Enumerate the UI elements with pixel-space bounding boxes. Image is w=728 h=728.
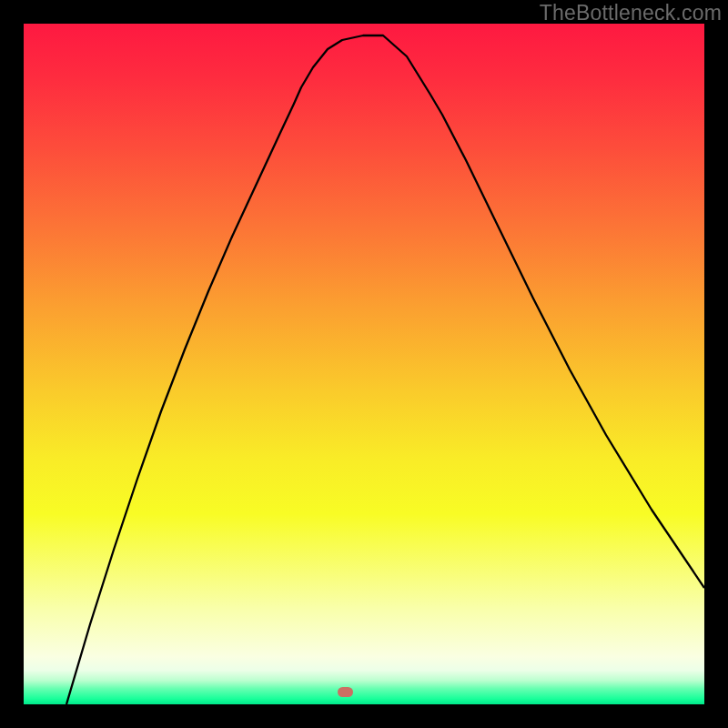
optimal-point-marker [338,687,353,697]
chart-frame: TheBottleneck.com [0,0,728,728]
bottleneck-curve [24,24,704,704]
plot-area [24,24,704,704]
curve-path [66,35,704,704]
watermark-text: TheBottleneck.com [540,1,722,25]
